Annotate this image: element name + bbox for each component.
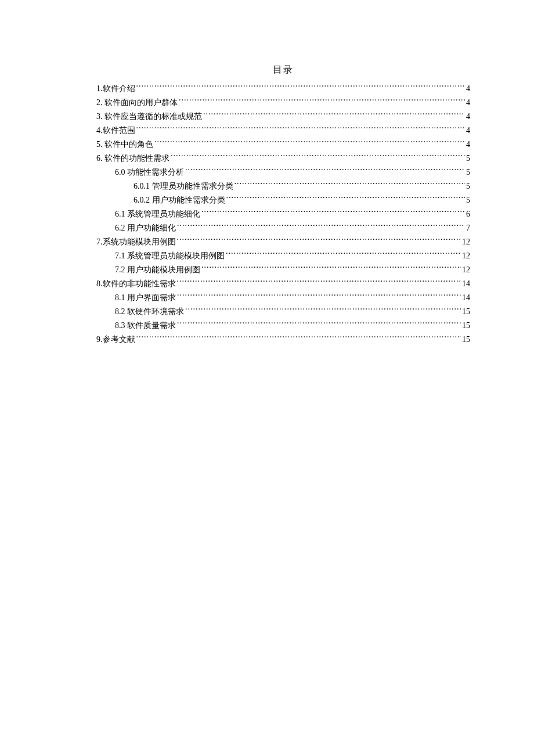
toc-leader-dots	[177, 292, 461, 300]
toc-entry-page: 12	[462, 263, 470, 277]
toc-leader-dots	[179, 97, 465, 105]
toc-leader-dots	[177, 222, 465, 231]
toc-entry-page: 12	[462, 249, 470, 263]
toc-entry-page: 6	[466, 207, 470, 221]
toc-entry-text: 6.0 功能性需求分析	[115, 165, 184, 179]
toc-entry[interactable]: 6.0 功能性需求分析 5	[96, 165, 470, 179]
toc-entry-page: 15	[462, 319, 470, 333]
toc-entry-text: 2. 软件面向的用户群体	[96, 96, 178, 110]
toc-entry-text: 6.0.2 用户功能性需求分类	[134, 193, 225, 207]
toc-entry[interactable]: 8.3 软件质量需求15	[96, 319, 470, 333]
toc-entry-page: 12	[462, 235, 470, 249]
toc-entry-page: 4	[466, 124, 470, 138]
toc-leader-dots	[226, 250, 461, 258]
toc-entry-page: 5	[466, 165, 470, 179]
toc-entry-text: 6. 软件的功能性需求	[96, 152, 169, 165]
toc-leader-dots	[201, 208, 465, 217]
toc-entry[interactable]: 8.1 用户界面需求14	[96, 291, 470, 305]
toc-entry[interactable]: 1.软件介绍4	[96, 82, 470, 96]
toc-entry-page: 5	[466, 193, 470, 207]
toc-entry-text: 7.1 系统管理员功能模块用例图	[115, 249, 225, 263]
toc-leader-dots	[201, 264, 461, 272]
toc-entry-page: 14	[462, 291, 470, 305]
toc-leader-dots	[154, 139, 465, 147]
toc-entry[interactable]: 6.0.1 管理员功能性需求分类5	[96, 179, 470, 193]
toc-entry-text: 8.软件的非功能性需求	[96, 277, 176, 291]
toc-leader-dots	[203, 111, 465, 119]
toc-leader-dots	[136, 83, 466, 91]
toc-leader-dots	[185, 167, 465, 175]
toc-entry-page: 15	[462, 333, 470, 347]
toc-entry[interactable]: 7.1 系统管理员功能模块用例图12	[96, 249, 470, 263]
toc-entry[interactable]: 2. 软件面向的用户群体 4	[96, 96, 470, 110]
toc-leader-dots	[177, 320, 461, 328]
toc-entry-text: 8.1 用户界面需求	[115, 291, 176, 305]
toc-leader-dots	[177, 236, 461, 244]
toc-leader-dots	[171, 153, 465, 161]
toc-leader-dots	[234, 181, 466, 189]
toc-entry-page: 5	[466, 152, 470, 165]
toc-entry-page: 5	[466, 179, 470, 193]
toc-leader-dots	[136, 334, 461, 342]
toc-entry[interactable]: 7.系统功能模块用例图 12	[96, 235, 470, 249]
toc-entry[interactable]: 5. 软件中的角色 4	[96, 138, 470, 152]
toc-entry-text: 4.软件范围	[96, 124, 135, 138]
toc-entry-text: 6.1 系统管理员功能细化	[115, 207, 200, 221]
toc-entry[interactable]: 6. 软件的功能性需求 5	[96, 152, 470, 165]
toc-entry-text: 8.3 软件质量需求	[115, 319, 176, 333]
toc-entry-page: 4	[466, 96, 470, 110]
toc-entry[interactable]: 8.软件的非功能性需求 14	[96, 277, 470, 291]
toc-entry-page: 15	[462, 305, 470, 319]
toc-leader-dots	[226, 195, 466, 203]
toc-entry-text: 1.软件介绍	[96, 82, 135, 96]
toc-leader-dots	[185, 306, 461, 314]
toc-entry-text: 6.2 用户功能细化	[115, 221, 176, 235]
toc-entry-page: 4	[466, 82, 470, 96]
toc-entry-text: 8.2 软硬件环境需求	[115, 305, 184, 319]
toc-container: 1.软件介绍42. 软件面向的用户群体 43. 软件应当遵循的标准或规范 44.…	[96, 82, 470, 347]
toc-entry[interactable]: 7.2 用户功能模块用例图12	[96, 263, 470, 277]
toc-entry-text: 9.参考文献	[96, 333, 135, 347]
toc-entry-text: 6.0.1 管理员功能性需求分类	[134, 179, 233, 193]
toc-entry[interactable]: 3. 软件应当遵循的标准或规范 4	[96, 110, 470, 124]
toc-entry-text: 3. 软件应当遵循的标准或规范	[96, 110, 202, 124]
toc-entry[interactable]: 6.0.2 用户功能性需求分类5	[96, 193, 470, 207]
toc-leader-dots	[177, 278, 461, 286]
toc-entry-page: 7	[466, 221, 470, 235]
toc-leader-dots	[136, 125, 466, 133]
toc-entry-page: 4	[466, 110, 470, 124]
toc-entry[interactable]: 8.2 软硬件环境需求15	[96, 305, 470, 319]
toc-entry-text: 7.2 用户功能模块用例图	[115, 263, 200, 277]
toc-entry-text: 7.系统功能模块用例图	[96, 235, 176, 249]
toc-entry[interactable]: 9.参考文献 15	[96, 333, 470, 347]
toc-title: 目录	[96, 64, 470, 76]
toc-entry[interactable]: 4.软件范围4	[96, 124, 470, 138]
toc-entry[interactable]: 6.1 系统管理员功能细化6	[96, 207, 470, 221]
toc-entry-page: 14	[462, 277, 470, 291]
toc-entry-page: 4	[466, 138, 470, 152]
toc-entry-text: 5. 软件中的角色	[96, 138, 153, 152]
toc-entry[interactable]: 6.2 用户功能细化7	[96, 221, 470, 235]
